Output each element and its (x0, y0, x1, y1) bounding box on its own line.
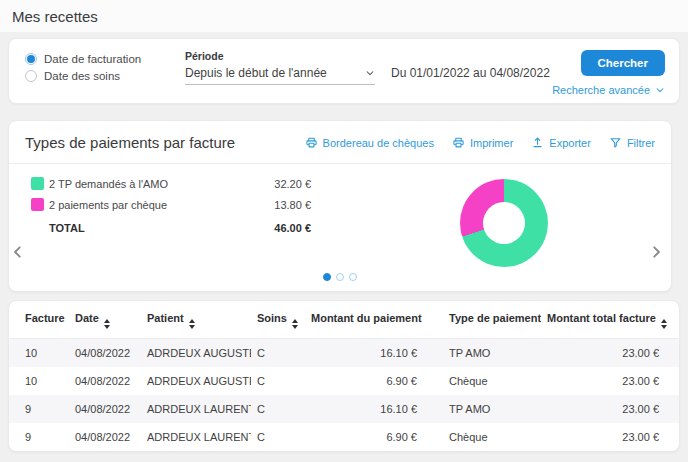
donut-chart (460, 179, 548, 267)
column-header-label: Patient (147, 312, 184, 324)
page-header: Mes recettes (0, 0, 688, 32)
legend-value: 32.20 € (274, 178, 311, 190)
carousel-dots (323, 273, 357, 281)
cell-montant-total-facture: 23.00 € (541, 395, 679, 423)
advanced-search-link[interactable]: Recherche avancée (552, 84, 665, 96)
printer-icon (305, 136, 318, 149)
table-row[interactable]: 1004/08/2022ADRDEUX AUGUSTEC16.10 €TP AM… (9, 339, 679, 368)
search-button[interactable]: Chercher (581, 50, 666, 76)
legend-label: 2 paiements par chèque (49, 199, 274, 211)
period-select[interactable]: Depuis le début de l'année (185, 66, 375, 85)
table-header-row: FactureDatePatientSoinsMontant du paieme… (9, 301, 679, 339)
column-header-label: Montant du paiement (311, 312, 422, 324)
sort-icon (292, 319, 298, 329)
legend-item: 2 TP demandés à l'AMO32.20 € (31, 177, 311, 190)
cell-montant-total-facture: 23.00 € (541, 339, 679, 368)
chevron-down-icon (655, 85, 665, 95)
cell-montant-du-paiement: 16.10 € (305, 339, 423, 368)
total-value: 46.00 € (274, 222, 311, 234)
action-filtrer[interactable]: Filtrer (609, 136, 655, 149)
carousel-prev-button[interactable] (9, 242, 27, 262)
action-label: Bordereau de chèques (323, 137, 434, 149)
action-label: Filtrer (627, 137, 655, 149)
table-row[interactable]: 904/08/2022ADRDEUX LAURENTC6.90 €Chèque2… (9, 423, 679, 451)
cell-patient: ADRDEUX AUGUSTE (141, 339, 251, 368)
cell-facture: 10 (9, 339, 69, 368)
cell-facture: 9 (9, 395, 69, 423)
sort-icon (104, 319, 110, 329)
action-label: Imprimer (470, 137, 513, 149)
column-header-label: Facture (25, 312, 65, 324)
legend-label: 2 TP demandés à l'AMO (49, 178, 274, 190)
legend-total-row: TOTAL46.00 € (31, 222, 311, 234)
cell-montant-du-paiement: 6.90 € (305, 367, 423, 395)
cell-patient: ADRDEUX LAURENT (141, 423, 251, 451)
cell-type-de-paiement: Chèque (423, 423, 541, 451)
table-row[interactable]: 1004/08/2022ADRDEUX AUGUSTEC6.90 €Chèque… (9, 367, 679, 395)
cell-type-de-paiement: TP AMO (423, 339, 541, 368)
column-header-label: Date (75, 312, 99, 324)
action-label: Exporter (549, 137, 591, 149)
period-field: Période Depuis le début de l'année (185, 50, 375, 97)
action-imprimer[interactable]: Imprimer (452, 136, 513, 149)
legend-swatch (31, 177, 44, 190)
radio-option-date-soins[interactable]: Date des soins (25, 70, 177, 82)
chart-legend: 2 TP demandés à l'AMO32.20 €2 paiements … (9, 164, 311, 234)
cell-montant-total-facture: 23.00 € (541, 423, 679, 451)
cell-date: 04/08/2022 (69, 423, 141, 451)
carousel-dot-2[interactable] (349, 273, 357, 281)
cell-montant-du-paiement: 16.10 € (305, 395, 423, 423)
chevron-down-icon (365, 68, 375, 78)
column-header-label: Type de paiement (449, 312, 541, 324)
cell-soins: C (251, 423, 305, 451)
payments-table: FactureDatePatientSoinsMontant du paieme… (9, 301, 679, 451)
action-bordereau-de-ch-ques[interactable]: Bordereau de chèques (305, 136, 434, 149)
column-header-montant-total-facture[interactable]: Montant total facture (541, 301, 679, 339)
sort-icon (661, 319, 667, 329)
payments-chart-card: Types de paiements par facture Bordereau… (8, 120, 672, 292)
legend-swatch (31, 198, 44, 211)
chart-actions: Bordereau de chèquesImprimerExporterFilt… (305, 136, 655, 149)
filter-card: Date de facturationDate des soins Périod… (8, 38, 680, 104)
column-header-label: Montant total facture (547, 312, 656, 324)
filter-icon (609, 136, 622, 149)
radio-circle[interactable] (25, 53, 37, 65)
radio-option-date-facturation[interactable]: Date de facturation (25, 53, 177, 65)
cell-soins: C (251, 339, 305, 368)
total-label: TOTAL (49, 222, 274, 234)
carousel-dot-0[interactable] (323, 273, 331, 281)
printer-icon (452, 136, 465, 149)
cell-montant-total-facture: 23.00 € (541, 367, 679, 395)
action-exporter[interactable]: Exporter (531, 136, 591, 149)
period-select-value: Depuis le début de l'année (185, 66, 327, 80)
column-header-label: Soins (257, 312, 287, 324)
cell-soins: C (251, 367, 305, 395)
cell-facture: 9 (9, 423, 69, 451)
column-header-type-de-paiement[interactable]: Type de paiement (423, 301, 541, 339)
period-label: Période (185, 50, 375, 62)
column-header-montant-du-paiement[interactable]: Montant du paiement (305, 301, 423, 339)
page-title: Mes recettes (12, 8, 676, 25)
table-row[interactable]: 904/08/2022ADRDEUX LAURENTC16.10 €TP AMO… (9, 395, 679, 423)
legend-item: 2 paiements par chèque13.80 € (31, 198, 311, 211)
cell-montant-du-paiement: 6.90 € (305, 423, 423, 451)
cell-patient: ADRDEUX LAURENT (141, 395, 251, 423)
column-header-date[interactable]: Date (69, 301, 141, 339)
radio-label: Date des soins (44, 70, 120, 82)
cell-patient: ADRDEUX AUGUSTE (141, 367, 251, 395)
column-header-facture[interactable]: Facture (9, 301, 69, 339)
column-header-soins[interactable]: Soins (251, 301, 305, 339)
cell-date: 04/08/2022 (69, 367, 141, 395)
export-icon (531, 136, 544, 149)
radio-circle[interactable] (25, 70, 37, 82)
cell-date: 04/08/2022 (69, 395, 141, 423)
carousel-dot-1[interactable] (336, 273, 344, 281)
legend-value: 13.80 € (274, 199, 311, 211)
cell-facture: 10 (9, 367, 69, 395)
table-body: 1004/08/2022ADRDEUX AUGUSTEC16.10 €TP AM… (9, 339, 679, 452)
sort-icon (189, 319, 195, 329)
advanced-search-label: Recherche avancée (552, 84, 650, 96)
cell-type-de-paiement: TP AMO (423, 395, 541, 423)
column-header-patient[interactable]: Patient (141, 301, 251, 339)
carousel-next-button[interactable] (647, 242, 665, 262)
